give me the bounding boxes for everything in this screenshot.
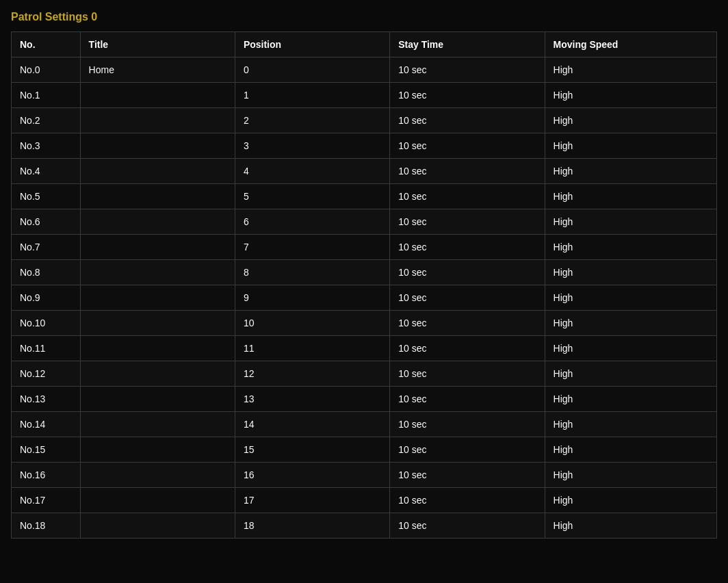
cell-position: 13	[235, 387, 389, 412]
cell-no: No.2	[12, 108, 81, 133]
cell-position: 2	[235, 108, 389, 133]
cell-moving-speed: High	[545, 235, 716, 260]
patrol-settings-table: No. Title Position Stay Time Moving Spee…	[11, 31, 717, 539]
cell-title	[80, 235, 235, 260]
table-row[interactable]: No.1110 secHigh	[12, 83, 717, 108]
cell-title	[80, 463, 235, 488]
cell-position: 15	[235, 437, 389, 463]
cell-no: No.3	[12, 133, 81, 159]
cell-stay-time: 10 sec	[390, 513, 545, 539]
cell-no: No.5	[12, 184, 81, 209]
table-row[interactable]: No.2210 secHigh	[12, 108, 717, 133]
table-row[interactable]: No.131310 secHigh	[12, 387, 717, 412]
cell-title	[80, 285, 235, 311]
table-row[interactable]: No.161610 secHigh	[12, 463, 717, 488]
table-row[interactable]: No.7710 secHigh	[12, 235, 717, 260]
table-row[interactable]: No.3310 secHigh	[12, 133, 717, 159]
cell-position: 9	[235, 285, 389, 311]
cell-no: No.16	[12, 463, 81, 488]
cell-title	[80, 361, 235, 387]
cell-position: 11	[235, 336, 389, 361]
table-row[interactable]: No.151510 secHigh	[12, 437, 717, 463]
cell-stay-time: 10 sec	[390, 235, 545, 260]
cell-title	[80, 260, 235, 285]
cell-title	[80, 437, 235, 463]
cell-moving-speed: High	[545, 463, 716, 488]
cell-no: No.0	[12, 57, 81, 83]
table-row[interactable]: No.141410 secHigh	[12, 412, 717, 437]
cell-title	[80, 108, 235, 133]
cell-no: No.8	[12, 260, 81, 285]
cell-moving-speed: High	[545, 412, 716, 437]
cell-title	[80, 513, 235, 539]
header-moving-speed: Moving Speed	[545, 32, 716, 57]
cell-title	[80, 159, 235, 184]
cell-stay-time: 10 sec	[390, 437, 545, 463]
cell-position: 4	[235, 159, 389, 184]
cell-title	[80, 336, 235, 361]
cell-title	[80, 133, 235, 159]
cell-no: No.15	[12, 437, 81, 463]
cell-position: 0	[235, 57, 389, 83]
cell-moving-speed: High	[545, 311, 716, 336]
cell-stay-time: 10 sec	[390, 209, 545, 235]
cell-title: Home	[80, 57, 235, 83]
cell-no: No.9	[12, 285, 81, 311]
header-title: Title	[80, 32, 235, 57]
table-row[interactable]: No.6610 secHigh	[12, 209, 717, 235]
cell-title	[80, 209, 235, 235]
cell-position: 3	[235, 133, 389, 159]
cell-stay-time: 10 sec	[390, 412, 545, 437]
cell-moving-speed: High	[545, 336, 716, 361]
page-title: Patrol Settings 0	[11, 11, 717, 23]
cell-title	[80, 83, 235, 108]
cell-title	[80, 387, 235, 412]
cell-stay-time: 10 sec	[390, 285, 545, 311]
cell-no: No.11	[12, 336, 81, 361]
header-no: No.	[12, 32, 81, 57]
cell-stay-time: 10 sec	[390, 159, 545, 184]
cell-position: 12	[235, 361, 389, 387]
cell-no: No.17	[12, 488, 81, 513]
cell-stay-time: 10 sec	[390, 311, 545, 336]
cell-stay-time: 10 sec	[390, 361, 545, 387]
table-row[interactable]: No.4410 secHigh	[12, 159, 717, 184]
cell-moving-speed: High	[545, 133, 716, 159]
cell-stay-time: 10 sec	[390, 387, 545, 412]
table-row[interactable]: No.8810 secHigh	[12, 260, 717, 285]
cell-stay-time: 10 sec	[390, 463, 545, 488]
table-header-row: No. Title Position Stay Time Moving Spee…	[12, 32, 717, 57]
cell-position: 17	[235, 488, 389, 513]
table-row[interactable]: No.181810 secHigh	[12, 513, 717, 539]
cell-moving-speed: High	[545, 361, 716, 387]
cell-moving-speed: High	[545, 159, 716, 184]
cell-position: 10	[235, 311, 389, 336]
cell-stay-time: 10 sec	[390, 108, 545, 133]
cell-moving-speed: High	[545, 285, 716, 311]
cell-no: No.4	[12, 159, 81, 184]
table-row[interactable]: No.101010 secHigh	[12, 311, 717, 336]
cell-no: No.10	[12, 311, 81, 336]
cell-moving-speed: High	[545, 209, 716, 235]
cell-no: No.14	[12, 412, 81, 437]
cell-position: 6	[235, 209, 389, 235]
cell-position: 7	[235, 235, 389, 260]
cell-title	[80, 412, 235, 437]
cell-position: 14	[235, 412, 389, 437]
table-row[interactable]: No.171710 secHigh	[12, 488, 717, 513]
table-row[interactable]: No.5510 secHigh	[12, 184, 717, 209]
table-row[interactable]: No.121210 secHigh	[12, 361, 717, 387]
cell-position: 8	[235, 260, 389, 285]
cell-stay-time: 10 sec	[390, 488, 545, 513]
cell-stay-time: 10 sec	[390, 133, 545, 159]
cell-stay-time: 10 sec	[390, 57, 545, 83]
cell-position: 5	[235, 184, 389, 209]
table-row[interactable]: No.0Home010 secHigh	[12, 57, 717, 83]
header-stay-time: Stay Time	[390, 32, 545, 57]
cell-no: No.7	[12, 235, 81, 260]
table-row[interactable]: No.9910 secHigh	[12, 285, 717, 311]
cell-no: No.6	[12, 209, 81, 235]
cell-no: No.13	[12, 387, 81, 412]
table-row[interactable]: No.111110 secHigh	[12, 336, 717, 361]
cell-no: No.1	[12, 83, 81, 108]
